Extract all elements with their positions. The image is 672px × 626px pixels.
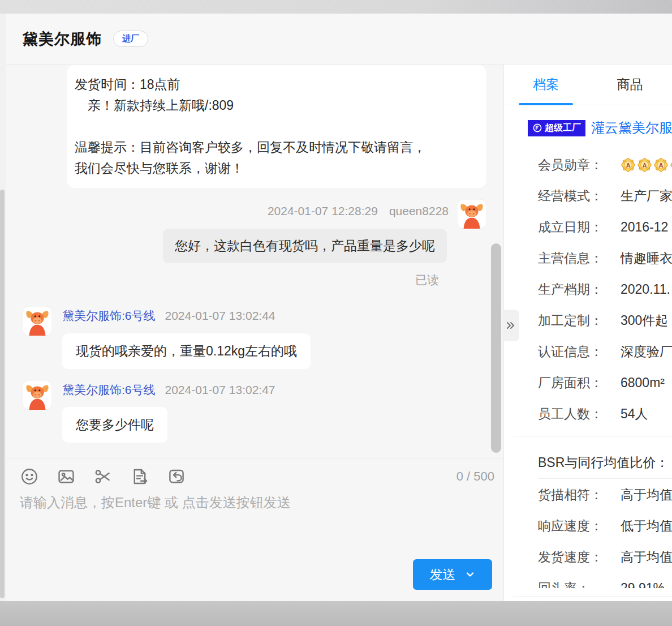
read-status: 已读 bbox=[68, 272, 439, 288]
company-fields: 会员勋章： A A bbox=[538, 149, 672, 430]
field-row: 会员勋章： A A bbox=[538, 149, 672, 181]
collapse-panel-button[interactable] bbox=[502, 310, 519, 341]
panel-divider bbox=[513, 436, 672, 436]
company-info-panel: 档案 商品 超级工厂 灌云黛美尔服饰 会员勋章： bbox=[503, 65, 672, 601]
company-name-link[interactable]: 灌云黛美尔服饰 bbox=[591, 119, 672, 137]
svg-text:A: A bbox=[659, 162, 664, 169]
chat-area: 发货时间：18点前 亲！新款持续上新哦/:809 温馨提示：目前咨询客户较多，回… bbox=[6, 65, 503, 601]
bsr-row: 货描相符： 高于均值 bbox=[538, 479, 672, 511]
buyer-message-timestamp: 2024-01-07 12:28:29 bbox=[268, 204, 378, 218]
welcome-line: 发货时间：18点前 bbox=[75, 74, 475, 95]
seller-name-link[interactable]: 黛美尔服饰:6号线 bbox=[62, 382, 156, 398]
member-medal-icon: A bbox=[653, 157, 669, 173]
composer-divider bbox=[6, 458, 503, 459]
seller-name-link[interactable]: 黛美尔服饰:6号线 bbox=[62, 308, 156, 324]
super-factory-badge: 超级工厂 bbox=[528, 120, 585, 136]
buyer-avatar[interactable] bbox=[457, 199, 486, 229]
svg-text:A: A bbox=[626, 162, 631, 169]
char-counter: 0 / 500 bbox=[456, 469, 494, 484]
tab-archive[interactable]: 档案 bbox=[504, 65, 588, 105]
field-row: 认证信息： 深度验厂 bbox=[538, 336, 672, 367]
welcome-line: 温馨提示：目前咨询客户较多，回复不及时情况下敬请留言， bbox=[75, 137, 475, 158]
quick-reply-icon[interactable] bbox=[167, 467, 186, 486]
panel-divider bbox=[513, 597, 672, 597]
factory-entry-badge[interactable]: 进厂 bbox=[113, 31, 148, 47]
chat-header: 黛美尔服饰 进厂 bbox=[6, 14, 672, 65]
field-row: 主营信息： 情趣睡衣 bbox=[538, 243, 672, 274]
tab-products[interactable]: 商品 bbox=[588, 65, 672, 105]
welcome-line bbox=[75, 116, 475, 137]
chevron-down-icon[interactable] bbox=[464, 569, 476, 580]
field-row: 经营模式： 生产厂家 bbox=[538, 181, 672, 212]
chat-scrollbar-thumb[interactable] bbox=[491, 243, 501, 453]
page-scrollbar-thumb[interactable] bbox=[0, 190, 5, 598]
buyer-message-bubble: 您好，这款白色有现货吗，产品重量是多少呢 bbox=[163, 229, 447, 263]
bsr-row: 回头率： 29.91% bbox=[538, 573, 672, 588]
chevron-double-right-icon bbox=[505, 320, 516, 331]
seller-message-bubble: 您要多少件呢 bbox=[62, 407, 167, 443]
field-row: 成立日期： 2016-12 bbox=[538, 212, 672, 243]
field-row: 生产档期： 2020.11. bbox=[538, 274, 672, 305]
seller-message-timestamp: 2024-01-07 13:02:44 bbox=[165, 309, 275, 323]
svg-text:A: A bbox=[643, 162, 647, 169]
message-input[interactable]: 请输入消息，按Enter键 或 点击发送按钮发送 bbox=[20, 494, 410, 512]
member-medals: A A A bbox=[621, 157, 672, 173]
page-title: 黛美尔服饰 bbox=[23, 29, 102, 49]
buyer-username: queen8228 bbox=[389, 204, 449, 218]
seller-message-timestamp: 2024-01-07 13:02:47 bbox=[165, 383, 275, 397]
composer-toolbar bbox=[20, 467, 186, 486]
page-scrollbar-track bbox=[0, 14, 6, 601]
field-row: 厂房面积： 6800m² bbox=[538, 367, 672, 398]
seller-avatar[interactable] bbox=[23, 306, 52, 336]
window-top-chrome bbox=[0, 0, 672, 14]
welcome-line: 亲！新款持续上新哦/:809 bbox=[75, 95, 475, 116]
app-window: 黛美尔服饰 进厂 发货时间：18点前 亲！新款持续上新哦/:809 温馨提示：目… bbox=[0, 0, 672, 626]
bsr-title: BSR与同行均值比价： bbox=[538, 454, 669, 471]
seller-message-bubble: 现货的哦亲爱的，重量0.12kg左右的哦 bbox=[62, 333, 311, 369]
buyer-message-meta: 2024-01-07 12:28:29 queen8228 bbox=[68, 199, 486, 229]
welcome-line: 我们会尽快与您联系，谢谢！ bbox=[75, 158, 475, 179]
bsr-row: 发货速度： 高于均值 bbox=[538, 542, 672, 573]
bsr-rows: 货描相符： 高于均值 响应速度： 低于均值 发货速度： 高于均值 回头率： 29… bbox=[538, 479, 672, 588]
welcome-message-bubble: 发货时间：18点前 亲！新款持续上新哦/:809 温馨提示：目前咨询客户较多，回… bbox=[67, 65, 486, 188]
bsr-row: 响应速度： 低于均值 bbox=[538, 511, 672, 542]
member-medal-icon: A bbox=[621, 157, 636, 173]
panel-divider bbox=[538, 478, 672, 479]
send-button[interactable]: 发送 bbox=[413, 559, 492, 590]
field-row: 员工人数： 54人 bbox=[538, 398, 672, 430]
file-transfer-icon[interactable] bbox=[130, 467, 149, 486]
seller-avatar[interactable] bbox=[23, 380, 52, 410]
panel-tabs: 档案 商品 bbox=[504, 65, 672, 105]
factory-logo-icon bbox=[532, 123, 542, 133]
emoji-icon[interactable] bbox=[20, 467, 39, 486]
window-bottom-chrome bbox=[0, 601, 672, 626]
send-button-label: 发送 bbox=[430, 566, 456, 584]
member-medal-icon: A bbox=[670, 157, 672, 173]
member-medal-icon: A bbox=[637, 157, 652, 173]
image-icon[interactable] bbox=[57, 467, 76, 486]
field-row: 加工定制： 300件起 bbox=[538, 305, 672, 336]
scissors-icon[interactable] bbox=[93, 467, 113, 486]
